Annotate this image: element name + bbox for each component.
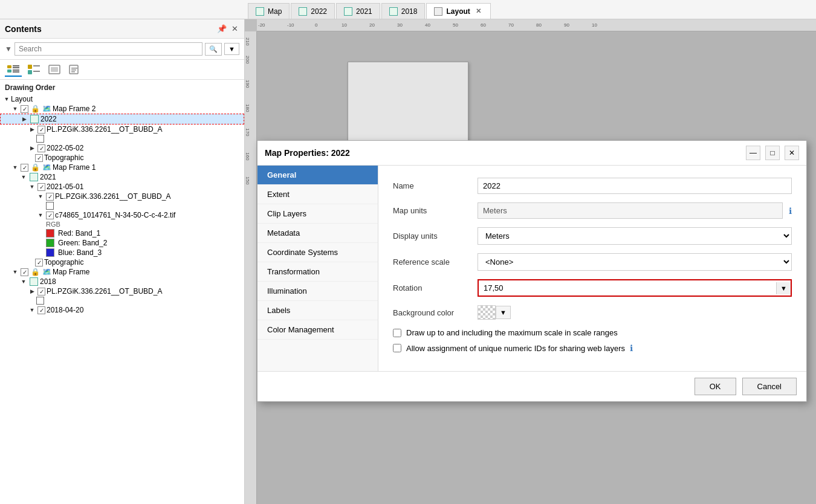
- bg-color-dropdown-button[interactable]: ▼: [496, 306, 511, 319]
- tab-2018[interactable]: 2018: [381, 3, 426, 19]
- tree-item-date3[interactable]: ▼ 2018-04-20: [0, 305, 244, 315]
- dialog-content: Name Map units ℹ Display units: [378, 166, 806, 371]
- map-units-info-icon[interactable]: ℹ: [789, 206, 792, 216]
- ok-button[interactable]: OK: [695, 378, 736, 395]
- dialog-close-button[interactable]: ✕: [785, 146, 799, 160]
- source-view-button[interactable]: [25, 62, 42, 77]
- rotation-dropdown[interactable]: ▼: [776, 282, 791, 294]
- nav-extent[interactable]: Extent: [257, 185, 378, 204]
- pl2-label: PL.PZGiK.336.2261__OT_BUBD_A: [55, 192, 170, 201]
- tab-map[interactable]: Map: [248, 3, 290, 19]
- nav-illumination[interactable]: Illumination: [257, 282, 378, 301]
- expand-date1[interactable]: ▶: [28, 144, 36, 152]
- visibility-button[interactable]: [46, 62, 63, 77]
- cancel-button[interactable]: Cancel: [742, 378, 797, 395]
- red-swatch: [46, 229, 54, 237]
- tree-item-mapframe2[interactable]: ▼ 🔒 🗺️ Map Frame 2: [0, 104, 244, 114]
- expand-mf[interactable]: ▼: [11, 268, 19, 276]
- tree-item-2022[interactable]: ▶ 2022: [0, 114, 244, 124]
- check-topo2[interactable]: [35, 259, 43, 267]
- ruler-label-v190: 190: [245, 80, 250, 88]
- search-input[interactable]: [15, 42, 202, 56]
- date1-label: 2022-05-02: [47, 144, 83, 152]
- expand-2022[interactable]: ▶: [20, 115, 28, 123]
- check-mf2[interactable]: [21, 105, 28, 113]
- expand-2021[interactable]: ▼: [19, 173, 28, 181]
- checkbox-max-scale[interactable]: [393, 329, 401, 337]
- check-mf[interactable]: [21, 268, 28, 276]
- form-row-map-units: Map units ℹ: [393, 202, 792, 219]
- tree-item-date1[interactable]: ▶ 2022-05-02: [0, 143, 244, 153]
- display-units-select[interactable]: Meters: [478, 227, 792, 245]
- tree-item-pl1[interactable]: ▶ PL.PZGiK.336.2261__OT_BUBD_A: [0, 124, 244, 134]
- check-topo1[interactable]: [35, 154, 43, 162]
- expand-pl2[interactable]: ▼: [36, 192, 45, 201]
- green-label: Green: Band_2: [58, 239, 107, 247]
- lock-icon-mf1: 🔒: [31, 163, 40, 172]
- nav-general[interactable]: General: [257, 166, 378, 185]
- tab-layout[interactable]: Layout ✕: [426, 3, 490, 19]
- expand-date2[interactable]: ▼: [28, 183, 36, 191]
- tif-label: c74865_1014761_N-34-50-C-c-4-2.tif: [55, 211, 175, 219]
- close-icon[interactable]: ✕: [230, 23, 239, 34]
- tree-item-pl2[interactable]: ▼ PL.PZGiK.336.2261__OT_BUBD_A: [0, 192, 244, 201]
- list-view-button[interactable]: [5, 62, 22, 77]
- tree-item-topo2[interactable]: Topographic: [0, 257, 244, 267]
- expand-tif[interactable]: ▼: [36, 211, 45, 219]
- check-date2[interactable]: [37, 183, 45, 191]
- tree-item-mapframe[interactable]: ▼ 🔒 🗺️ Map Frame: [0, 267, 244, 277]
- nav-metadata[interactable]: Metadata: [257, 224, 378, 243]
- tree-item-date2[interactable]: ▼ 2021-05-01: [0, 182, 244, 192]
- nav-labels[interactable]: Labels: [257, 301, 378, 320]
- tree-item-2018[interactable]: ▼ 2018: [0, 277, 244, 286]
- tab-layout-close[interactable]: ✕: [474, 7, 483, 16]
- expand-pl1[interactable]: ▶: [28, 125, 36, 134]
- dialog-maximize-button[interactable]: □: [765, 146, 780, 160]
- expand-mf1[interactable]: ▼: [11, 163, 19, 172]
- expand-date3[interactable]: ▼: [28, 306, 36, 314]
- nav-transformation[interactable]: Transformation: [257, 262, 378, 282]
- tab-2022[interactable]: 2022: [291, 3, 335, 19]
- description-button[interactable]: [66, 62, 83, 77]
- map-canvas[interactable]: -20 -10 0 10 20 30 40 50 60 70 80 90 10 …: [245, 19, 816, 504]
- name-input[interactable]: [478, 178, 792, 194]
- check-pl3[interactable]: [37, 288, 45, 296]
- expand-mf2[interactable]: ▼: [11, 105, 19, 113]
- ruler-label-40: 40: [425, 22, 430, 28]
- expand-layout[interactable]: ▼: [2, 95, 11, 103]
- tree-item-tif[interactable]: ▼ c74865_1014761_N-34-50-C-c-4-2.tif: [0, 210, 244, 220]
- expand-pl3[interactable]: ▶: [28, 287, 36, 296]
- tree-item-mapframe1[interactable]: ▼ 🔒 🗺️ Map Frame 1: [0, 163, 244, 172]
- rotation-input[interactable]: [479, 280, 776, 296]
- search-button[interactable]: 🔍: [205, 43, 222, 56]
- nav-coordinate-systems[interactable]: Coordinate Systems: [257, 243, 378, 262]
- map-properties-dialog[interactable]: Map Properties: 2022 — □ ✕ General Exten…: [257, 140, 807, 402]
- check-pl1[interactable]: [37, 126, 45, 134]
- tree-item-topo1[interactable]: Topographic: [0, 153, 244, 163]
- tree-item-layout[interactable]: ▼ Layout: [0, 94, 244, 104]
- pin-icon[interactable]: 📌: [216, 23, 228, 34]
- dialog-minimize-button[interactable]: —: [746, 146, 760, 160]
- tab-2021[interactable]: 2021: [336, 3, 380, 19]
- reference-scale-select[interactable]: <None>: [478, 253, 792, 271]
- nav-clip-layers[interactable]: Clip Layers: [257, 204, 378, 224]
- nav-color-management[interactable]: Color Management: [257, 320, 378, 340]
- legend-square2: [0, 201, 244, 210]
- check-date3[interactable]: [37, 306, 45, 314]
- expand-2018[interactable]: ▼: [19, 277, 28, 286]
- tree-item-2021[interactable]: ▼ 2021: [0, 172, 244, 182]
- check-tif[interactable]: [46, 212, 54, 219]
- unique-ids-info-icon[interactable]: ℹ: [630, 343, 633, 353]
- check-date1[interactable]: [37, 144, 45, 152]
- search-dropdown[interactable]: ▼: [224, 43, 239, 55]
- ruler-label-v210: 210: [245, 37, 250, 45]
- svg-rect-3: [13, 67, 19, 68]
- layout-tab-icon: [434, 7, 442, 16]
- rgb-label: RGB: [46, 221, 60, 228]
- svg-rect-2: [13, 65, 19, 66]
- check-pl2[interactable]: [46, 193, 54, 201]
- filter-icon: ▼: [5, 45, 12, 53]
- checkbox-unique-ids[interactable]: [393, 344, 401, 352]
- tree-item-pl3[interactable]: ▶ PL.PZGiK.336.2261__OT_BUBD_A: [0, 286, 244, 296]
- check-mf1[interactable]: [21, 164, 28, 172]
